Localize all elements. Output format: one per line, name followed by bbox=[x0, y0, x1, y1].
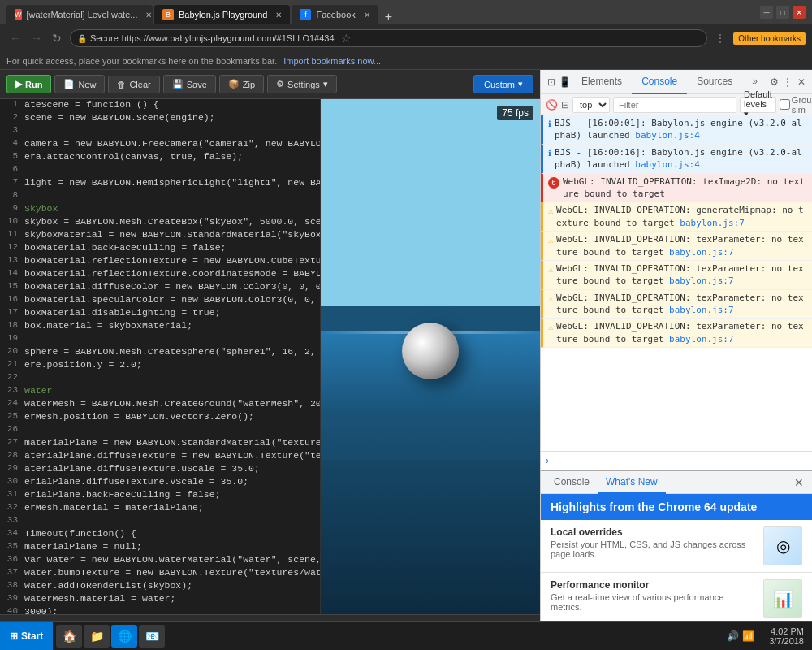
tab-sources[interactable]: Sources bbox=[687, 70, 742, 94]
save-label: Save bbox=[187, 80, 207, 89]
code-line: 26 bbox=[0, 424, 320, 437]
console-clear-icon[interactable]: 🚫 bbox=[546, 97, 558, 113]
console-filter-input[interactable] bbox=[613, 97, 736, 113]
forward-button[interactable]: → bbox=[28, 30, 45, 46]
zip-button[interactable]: 📦 Zip bbox=[219, 75, 264, 93]
console-msg-icon: ⚠ bbox=[548, 322, 553, 333]
console-msg-icon: ℹ bbox=[548, 119, 551, 130]
console-msg-link[interactable]: babylon.js:7 bbox=[680, 218, 744, 228]
code-line: 11 skyboxMaterial = new BABYLON.Standard… bbox=[0, 229, 320, 242]
taskbar-item-2[interactable]: 📁 bbox=[84, 625, 110, 648]
group-sim-checkbox[interactable] bbox=[780, 99, 790, 110]
close-tab-1[interactable]: ✕ bbox=[145, 11, 152, 20]
default-levels-select[interactable]: Default levels ▾ bbox=[740, 97, 776, 113]
back-button[interactable]: ← bbox=[6, 30, 24, 46]
console-msg-link[interactable]: babylon.js:7 bbox=[669, 305, 733, 315]
line-content: materialPlane = null; bbox=[24, 541, 320, 552]
console-msg-body: WebGL: INVALID_OPERATION: texParameter: … bbox=[556, 262, 807, 288]
code-editor[interactable]: 1ateScene = function () {2 scene = new B… bbox=[0, 99, 321, 614]
tab-console[interactable]: Console bbox=[632, 70, 687, 94]
whats-new-text-2: Performance monitor Get a real-time view… bbox=[551, 579, 757, 618]
code-line: 35 materialPlane = null; bbox=[0, 541, 320, 554]
custom-button[interactable]: Custom ▾ bbox=[473, 75, 533, 93]
devtools-more-icon[interactable]: ⋮ bbox=[781, 74, 795, 90]
minimize-button[interactable]: ─ bbox=[760, 6, 773, 19]
console-msg-icon: 6 bbox=[548, 177, 559, 188]
bottom-tab-console[interactable]: Console bbox=[546, 471, 598, 494]
new-tab-button[interactable]: + bbox=[380, 10, 397, 24]
close-tab-2[interactable]: ✕ bbox=[275, 11, 282, 20]
bookmark-star[interactable]: ☆ bbox=[341, 32, 352, 45]
console-msg-link[interactable]: babylon.js:7 bbox=[669, 275, 733, 286]
tray-icon-network[interactable]: 📶 bbox=[742, 630, 754, 642]
code-line: 17 boxMaterial.disableLighting = true; bbox=[0, 307, 320, 320]
bookmarks-bar: For quick access, place your bookmarks h… bbox=[0, 52, 812, 70]
console-message: ⚠WebGL: INVALID_OPERATION: texParameter:… bbox=[541, 290, 812, 319]
save-button[interactable]: 💾 Save bbox=[163, 75, 216, 93]
editor-preview: 1ateScene = function () {2 scene = new B… bbox=[0, 99, 540, 614]
taskbar-item-browser[interactable]: 🌐 bbox=[111, 625, 137, 648]
line-content: skybox = BABYLON.Mesh.CreateBox("skyBox"… bbox=[24, 216, 320, 227]
code-line: 34 Timeout(function() { bbox=[0, 528, 320, 541]
close-button[interactable]: ✕ bbox=[793, 6, 806, 19]
whats-new-title-2: Performance monitor bbox=[551, 579, 757, 591]
console-filter-icon[interactable]: ⊟ bbox=[561, 97, 569, 113]
bottom-tab-whats-new[interactable]: What's New bbox=[598, 471, 666, 494]
tray-icon-sound[interactable]: 🔊 bbox=[727, 630, 739, 642]
console-msg-link[interactable]: babylon.js:4 bbox=[635, 159, 699, 170]
code-line: 10 skybox = BABYLON.Mesh.CreateBox("skyB… bbox=[0, 216, 320, 229]
extensions-button[interactable]: ⋮ bbox=[712, 31, 728, 46]
line-number: 36 bbox=[0, 554, 24, 564]
devtools-close-icon[interactable]: ✕ bbox=[795, 74, 809, 90]
line-number: 22 bbox=[0, 372, 24, 382]
code-line: 22 bbox=[0, 372, 320, 385]
tab-babylon[interactable]: B Babylon.js Playground ✕ bbox=[154, 5, 290, 24]
new-button[interactable]: 📄 New bbox=[54, 75, 105, 93]
import-bookmarks-link[interactable]: Import bookmarks now... bbox=[283, 56, 381, 66]
maximize-button[interactable]: □ bbox=[776, 6, 789, 19]
code-line: 16 boxMaterial.specularColor = new BABYL… bbox=[0, 294, 320, 307]
code-line: 19 bbox=[0, 333, 320, 346]
console-msg-icon: ℹ bbox=[548, 148, 551, 159]
code-line: 13 boxMaterial.reflectionTexture = new B… bbox=[0, 255, 320, 268]
console-msg-link[interactable]: babylon.js:4 bbox=[635, 130, 699, 141]
device-toolbar-icon[interactable]: 📱 bbox=[558, 74, 572, 90]
close-tab-3[interactable]: ✕ bbox=[364, 11, 370, 20]
console-msg-link[interactable]: babylon.js:7 bbox=[669, 247, 733, 258]
line-number: 3 bbox=[0, 125, 24, 135]
code-line: 29 aterialPlane.diffuseTexture.uScale = … bbox=[0, 463, 320, 476]
line-number: 32 bbox=[0, 502, 24, 512]
playground-toolbar: ▶ Run 📄 New 🗑 Clear 💾 Save 📦 Zip ⚙ Set bbox=[0, 70, 540, 99]
line-content: boxMaterial.backFaceCulling = false; bbox=[24, 242, 320, 253]
other-bookmarks[interactable]: Other bookmarks bbox=[733, 32, 806, 45]
console-msg-body: WebGL: INVALID_OPERATION: texParameter: … bbox=[556, 292, 807, 317]
console-msg-body: WebGL: INVALID_OPERATION: generateMipmap… bbox=[556, 204, 807, 229]
start-button[interactable]: ⊞ Start bbox=[0, 622, 53, 651]
console-input[interactable] bbox=[554, 456, 807, 466]
tab-facebook[interactable]: f Facebook ✕ bbox=[292, 5, 378, 24]
devtools-settings-icon[interactable]: ⚙ bbox=[767, 74, 781, 90]
group-sim-label: Group sim bbox=[792, 95, 812, 115]
clear-button[interactable]: 🗑 Clear bbox=[108, 76, 159, 93]
console-msg-icon: ⚠ bbox=[548, 264, 553, 275]
url-bar[interactable]: 🔒 Secure https://www.babylonjs-playgroun… bbox=[70, 29, 707, 47]
reload-button[interactable]: ↻ bbox=[49, 30, 65, 46]
line-content: materialPlane = new BABYLON.StandardMate… bbox=[24, 437, 320, 448]
line-content: erMesh.material = materialPlane; bbox=[24, 502, 320, 513]
line-number: 29 bbox=[0, 463, 24, 473]
inspect-element-icon[interactable]: ⊡ bbox=[544, 74, 558, 90]
console-context-select[interactable]: top bbox=[572, 97, 610, 113]
code-line: 33 bbox=[0, 515, 320, 528]
tab-water-material[interactable]: W [waterMaterial] Level wate... ✕ bbox=[6, 5, 153, 24]
tab-label-3: Facebook bbox=[316, 10, 355, 20]
run-button[interactable]: ▶ Run bbox=[6, 75, 51, 93]
bottom-panel-close[interactable]: ✕ bbox=[791, 476, 807, 489]
line-content: era.attachControl(canvas, true, false); bbox=[24, 151, 320, 162]
line-number: 13 bbox=[0, 255, 24, 265]
settings-button[interactable]: ⚙ Settings ▾ bbox=[267, 75, 337, 93]
taskbar-item-4[interactable]: 📧 bbox=[139, 625, 165, 648]
console-msg-link[interactable]: babylon.js:7 bbox=[669, 334, 733, 344]
line-number: 2 bbox=[0, 112, 24, 122]
taskbar-item-1[interactable]: 🏠 bbox=[56, 625, 82, 648]
tab-elements[interactable]: Elements bbox=[572, 70, 632, 94]
